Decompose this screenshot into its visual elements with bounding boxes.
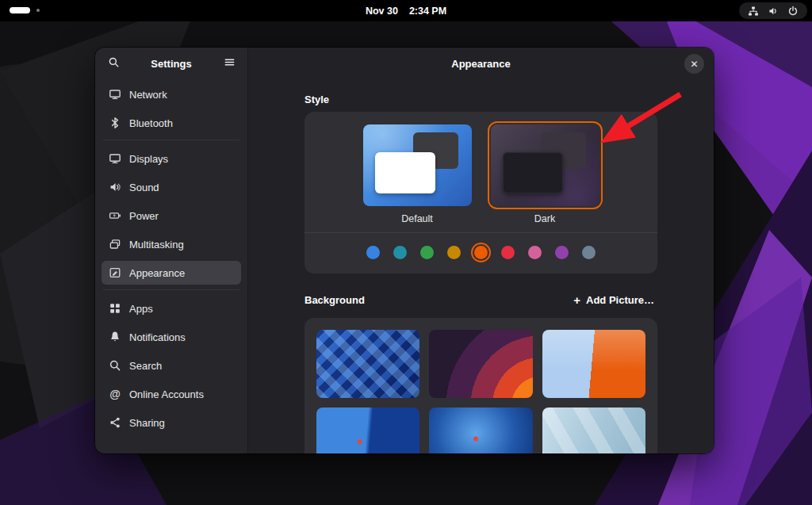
style-option-dark[interactable]: Dark — [491, 124, 599, 224]
apps-grid-icon — [109, 302, 121, 315]
background-thumbnail-blue[interactable] — [429, 407, 532, 453]
panel-content: Style Default — [248, 79, 714, 453]
default-style-preview[interactable] — [363, 124, 472, 206]
sidebar-header: Settings — [95, 48, 247, 79]
sidebar-item-label: Sharing — [129, 417, 165, 429]
sidebar-item-label: Notifications — [129, 331, 186, 343]
sidebar-item-label: Online Accounts — [129, 388, 204, 400]
sidebar-item-label: Displays — [129, 153, 168, 165]
sidebar-separator — [103, 289, 239, 290]
sidebar-item-label: Appearance — [129, 267, 185, 279]
background-section-label: Background — [304, 294, 365, 306]
sound-icon — [109, 181, 121, 193]
clock-time: 2:34 PM — [409, 6, 446, 17]
accent-color-pink[interactable] — [528, 246, 542, 259]
appearance-panel: Appearance ✕ Style Default — [248, 48, 714, 453]
style-section-label: Style — [304, 94, 657, 105]
style-option-default[interactable]: Default — [363, 124, 472, 224]
panel-header: Appearance ✕ — [248, 48, 714, 79]
desktop: Nov 30 2:34 PM Settings — [0, 0, 812, 505]
search-button[interactable] — [103, 53, 124, 74]
active-workspace-pill[interactable] — [10, 7, 30, 13]
multitasking-icon — [109, 238, 121, 251]
sidebar-item-label: Search — [129, 360, 162, 372]
battery-icon — [109, 209, 121, 222]
clock-date: Nov 30 — [366, 6, 398, 17]
sidebar-item-label: Bluetooth — [129, 117, 173, 129]
network-icon — [109, 88, 121, 101]
displays-icon — [109, 152, 121, 165]
sidebar-item-apps[interactable]: Apps — [102, 296, 241, 320]
settings-window: Settings Network Bluetooth Displays — [95, 48, 714, 453]
sidebar-item-multitasking[interactable]: Multitasking — [102, 232, 241, 256]
add-picture-button[interactable]: + Add Picture… — [570, 289, 657, 311]
plus-icon: + — [573, 294, 580, 306]
add-picture-label: Add Picture… — [586, 294, 654, 306]
close-icon: ✕ — [690, 59, 698, 70]
sidebar-item-label: Power — [129, 210, 159, 222]
style-option-label: Dark — [534, 213, 555, 224]
workspace-indicator[interactable] — [10, 7, 40, 13]
share-icon — [109, 416, 121, 429]
close-button[interactable]: ✕ — [684, 54, 704, 74]
sidebar-item-notifications[interactable]: Notifications — [102, 325, 241, 349]
bluetooth-icon — [109, 117, 121, 129]
appearance-icon — [109, 266, 121, 279]
system-tray[interactable] — [739, 2, 807, 19]
volume-icon — [768, 6, 779, 17]
accent-color-slate[interactable] — [582, 246, 596, 259]
sidebar-item-label: Apps — [129, 303, 153, 315]
background-grid — [304, 318, 657, 453]
hamburger-icon — [224, 56, 236, 71]
style-options: Default Dark — [304, 112, 657, 232]
preview-window-front — [503, 152, 563, 193]
top-bar: Nov 30 2:34 PM — [0, 0, 812, 21]
accent-color-red[interactable] — [501, 246, 515, 259]
accent-color-row — [304, 232, 657, 271]
accent-color-yellow[interactable] — [447, 246, 461, 259]
power-icon — [787, 6, 799, 17]
sidebar-nav: Network Bluetooth Displays Sound — [95, 79, 247, 446]
sidebar-item-bluetooth[interactable]: Bluetooth — [102, 111, 241, 135]
panel-title: Appearance — [451, 58, 510, 70]
sidebar-item-power[interactable]: Power — [102, 204, 241, 228]
workspace-dot[interactable] — [36, 9, 40, 12]
background-thumbnail-pale[interactable] — [542, 407, 645, 453]
background-thumbnail-waves[interactable] — [429, 330, 532, 398]
at-sign-icon: @ — [109, 388, 121, 400]
sidebar-separator — [103, 140, 239, 140]
sidebar-item-sound[interactable]: Sound — [102, 175, 241, 199]
preview-window-front — [375, 152, 435, 193]
accent-color-orange[interactable] — [474, 246, 488, 259]
sidebar-item-label: Network — [129, 89, 167, 101]
background-thumbnail-split[interactable] — [542, 330, 645, 398]
sidebar-item-network[interactable]: Network — [102, 82, 241, 106]
bell-icon — [109, 331, 121, 343]
sidebar-item-displays[interactable]: Displays — [102, 147, 241, 170]
accent-color-purple[interactable] — [555, 246, 569, 259]
settings-sidebar: Settings Network Bluetooth Displays — [95, 48, 248, 453]
background-section-header: Background + Add Picture… — [304, 289, 657, 311]
search-icon — [108, 56, 120, 71]
background-thumbnail-day-night[interactable] — [316, 407, 419, 453]
window-title: Settings — [128, 58, 214, 70]
dark-style-preview[interactable] — [491, 124, 599, 206]
style-card: Default Dark — [304, 112, 657, 274]
accent-color-teal[interactable] — [393, 246, 407, 259]
style-option-label: Default — [401, 213, 433, 224]
background-thumbnail-mosaic[interactable] — [316, 330, 419, 398]
sidebar-item-online-accounts[interactable]: @ Online Accounts — [102, 382, 241, 406]
sidebar-item-label: Multitasking — [129, 239, 184, 251]
wired-network-icon — [748, 6, 759, 17]
sidebar-item-search[interactable]: Search — [102, 354, 241, 377]
accent-color-blue[interactable] — [366, 246, 380, 259]
search-icon — [109, 359, 121, 372]
main-menu-button[interactable] — [219, 53, 239, 74]
sidebar-item-sharing[interactable]: Sharing — [102, 411, 241, 434]
accent-color-green[interactable] — [420, 246, 434, 259]
clock[interactable]: Nov 30 2:34 PM — [366, 0, 446, 21]
sidebar-item-appearance[interactable]: Appearance — [102, 261, 241, 285]
sidebar-item-label: Sound — [129, 182, 159, 193]
